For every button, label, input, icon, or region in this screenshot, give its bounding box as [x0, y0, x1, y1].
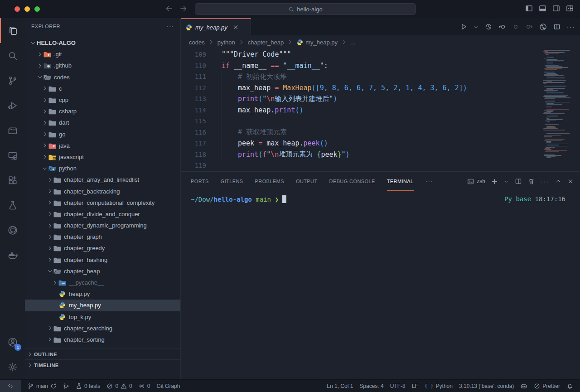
- window-minimize-button[interactable]: [24, 6, 30, 12]
- kill-terminal-button[interactable]: [528, 178, 535, 185]
- tree-item-chapter-greedy[interactable]: chapter_greedy: [25, 242, 180, 254]
- next-change-button[interactable]: [526, 23, 533, 30]
- tree-item-chapter-hashing[interactable]: chapter_hashing: [25, 254, 180, 266]
- tree-item-javascript[interactable]: JSjavascript: [25, 151, 180, 163]
- window-close-button[interactable]: [14, 6, 20, 12]
- activity-testing[interactable]: [0, 193, 25, 218]
- navigate-back-button[interactable]: [165, 5, 173, 13]
- toggle-primary-sidebar-button[interactable]: [525, 5, 533, 12]
- tree-item-chapter-array-and-linkedlist[interactable]: chapter_array_and_linkedlist: [25, 174, 180, 185]
- tree-item--github[interactable]: .github: [25, 60, 180, 71]
- navigate-forward-button[interactable]: [179, 5, 188, 13]
- tree-item-chapter-searching[interactable]: chapter_searching: [25, 323, 180, 334]
- panel-tab-output[interactable]: OUTPUT: [296, 172, 318, 191]
- timeline-history-button[interactable]: [485, 23, 492, 30]
- more-actions-button[interactable]: ···: [567, 24, 575, 30]
- status-cursor-position[interactable]: Ln 1, Col 1: [324, 380, 356, 392]
- tab-close-icon[interactable]: [232, 24, 239, 30]
- panel-tab-terminal[interactable]: TERMINAL: [387, 172, 414, 191]
- close-panel-button[interactable]: [567, 178, 574, 184]
- tree-item-cpp[interactable]: cpp: [25, 94, 180, 106]
- tree-item-heap-py[interactable]: heap.py: [25, 288, 180, 300]
- status-python-interpreter[interactable]: 3.10.13 ('base': conda): [456, 380, 517, 392]
- panel-tab-debug-console[interactable]: DEBUG CONSOLE: [329, 172, 375, 191]
- activity-project-manager[interactable]: [0, 118, 25, 143]
- split-editor-button[interactable]: [553, 23, 561, 30]
- panel-tab-ports[interactable]: PORTS: [191, 172, 209, 191]
- tree-item--git[interactable]: .git: [25, 48, 180, 60]
- tree-item-codes[interactable]: codes: [25, 72, 180, 83]
- terminal-content[interactable]: ~/Dow/hello-algo main ❯ Py base 18:17:16: [191, 195, 574, 376]
- activity-search[interactable]: [0, 43, 25, 68]
- maximize-panel-button[interactable]: [555, 178, 561, 184]
- code-editor[interactable]: 109"""Driver Code"""110if __name__ == "_…: [181, 49, 580, 171]
- status-git-graph[interactable]: Git Graph: [153, 380, 183, 392]
- toggle-panel-button[interactable]: [539, 5, 546, 12]
- customize-layout-button[interactable]: [566, 5, 574, 12]
- status-git-graph-view[interactable]: [60, 380, 72, 392]
- activity-docker[interactable]: [0, 242, 25, 267]
- status-git-branch[interactable]: main: [24, 380, 60, 392]
- tree-item-python[interactable]: python: [25, 163, 180, 174]
- run-dropdown-button[interactable]: [474, 24, 478, 29]
- status-prettier[interactable]: Prettier: [531, 380, 563, 392]
- activity-run-debug[interactable]: [0, 93, 25, 118]
- minimap[interactable]: [542, 50, 577, 159]
- tree-item-java[interactable]: java: [25, 140, 180, 151]
- status-indentation[interactable]: Spaces: 4: [356, 380, 387, 392]
- tree-item-chapter-computational-complexity[interactable]: chapter_computational_complexity: [25, 197, 180, 208]
- terminal-dropdown-button[interactable]: [504, 179, 509, 184]
- tree-item-csharp[interactable]: csharp: [25, 106, 180, 117]
- tree-item-chapter-heap[interactable]: chapter_heap: [25, 266, 180, 277]
- activity-source-control[interactable]: [0, 68, 25, 93]
- tree-item-hello-algo[interactable]: HELLO-ALGO: [25, 37, 180, 48]
- tree-item--pycache-[interactable]: __pycache__: [25, 277, 180, 288]
- breadcrumb-codes[interactable]: codes: [189, 39, 205, 46]
- panel-tabs-more-button[interactable]: ···: [425, 178, 433, 185]
- status-encoding[interactable]: UTF-8: [387, 380, 409, 392]
- activity-explorer[interactable]: [0, 18, 25, 43]
- timeline-section-header[interactable]: TIMELINE: [25, 359, 180, 370]
- breadcrumb-my-heap-py[interactable]: my_heap.py: [296, 39, 338, 46]
- command-center-search[interactable]: hello-algo: [195, 3, 416, 15]
- status-eol[interactable]: LF: [409, 380, 421, 392]
- gitlens-graph-button[interactable]: [539, 23, 547, 31]
- panel-more-button[interactable]: ···: [541, 179, 549, 184]
- new-terminal-button[interactable]: [491, 178, 498, 185]
- status-notifications[interactable]: [563, 380, 576, 392]
- panel-tab-gitlens[interactable]: GITLENS: [221, 172, 243, 191]
- toggle-secondary-sidebar-button[interactable]: [552, 5, 560, 12]
- activity-accounts[interactable]: 1: [0, 329, 25, 354]
- terminal-shell-selector[interactable]: zsh: [467, 178, 485, 185]
- tree-item-chapter-divide-and-conquer[interactable]: chapter_divide_and_conquer: [25, 208, 180, 220]
- tab-my-heap-py[interactable]: my_heap.py: [181, 18, 251, 35]
- breadcrumb-python[interactable]: python: [218, 39, 235, 46]
- previous-change-button[interactable]: [498, 23, 506, 30]
- activity-extensions[interactable]: [0, 168, 25, 193]
- tree-item-chapter-sorting[interactable]: chapter_sorting: [25, 334, 180, 345]
- activity-settings[interactable]: [0, 354, 25, 379]
- tree-item-top-k-py[interactable]: top_k.py: [25, 311, 180, 323]
- explorer-more-actions-button[interactable]: ···: [166, 23, 174, 30]
- tree-item-chapter-backtracking[interactable]: chapter_backtracking: [25, 185, 180, 197]
- outline-section-header[interactable]: OUTLINE: [25, 348, 180, 359]
- activity-remote-explorer[interactable]: [0, 143, 25, 168]
- status-remote-indicator[interactable]: [0, 380, 21, 392]
- status-copilot[interactable]: [517, 380, 531, 392]
- status-tests[interactable]: 0 tests: [72, 380, 103, 392]
- status-ports[interactable]: 0: [135, 380, 154, 392]
- status-problems[interactable]: 00: [103, 380, 135, 392]
- tree-item-chapter-dynamic-programming[interactable]: chapter_dynamic_programming: [25, 220, 180, 231]
- split-terminal-button[interactable]: [515, 178, 522, 185]
- change-button[interactable]: [512, 23, 519, 30]
- tree-item-go[interactable]: go: [25, 129, 180, 140]
- tree-item-dart[interactable]: dart: [25, 117, 180, 128]
- run-python-file-button[interactable]: [460, 23, 467, 30]
- tree-item-my-heap-py[interactable]: my_heap.py: [25, 300, 180, 311]
- breadcrumb-chapter-heap[interactable]: chapter_heap: [248, 39, 284, 46]
- activity-github[interactable]: [0, 218, 25, 242]
- status-language-mode[interactable]: { }Python: [421, 380, 456, 392]
- window-maximize-button[interactable]: [34, 6, 40, 12]
- breadcrumb--[interactable]: ...: [350, 39, 355, 46]
- tree-item-chapter-graph[interactable]: chapter_graph: [25, 231, 180, 242]
